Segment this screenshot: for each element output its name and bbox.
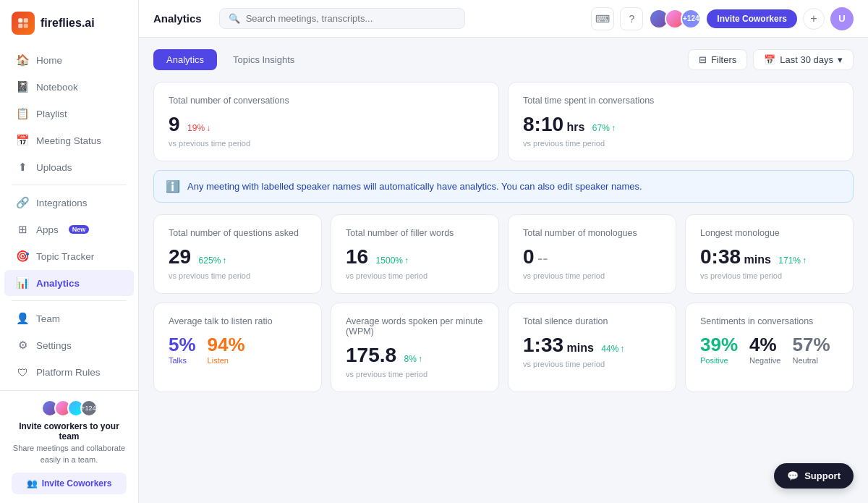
- stat-value-row: 175.8 8%↑: [346, 344, 484, 367]
- stat-unit: mins: [567, 342, 594, 354]
- sidebar-item-settings[interactable]: ⚙ Settings: [4, 332, 134, 358]
- sidebar-item-label: Team: [36, 313, 60, 324]
- sidebar-item-label: Integrations: [36, 198, 88, 208]
- stat-value-row: 0 --: [523, 245, 661, 269]
- svg-rect-0: [18, 18, 22, 22]
- keyboard-shortcut-button[interactable]: ⌨: [591, 7, 614, 30]
- stat-vs: vs previous time period: [523, 271, 661, 280]
- stat-change: 171%↑: [778, 255, 807, 266]
- stat-card-talk-listen: Average talk to listen ratio 5% Talks 94…: [153, 303, 322, 392]
- stat-value: 1:33: [523, 334, 563, 356]
- support-button[interactable]: 💬 Support: [774, 463, 854, 489]
- stat-vs: vs previous time period: [169, 271, 307, 280]
- search-icon: 🔍: [229, 13, 240, 24]
- stat-change: 1500%↑: [376, 255, 409, 266]
- add-button[interactable]: +: [803, 8, 825, 30]
- invite-avatars: +124: [12, 400, 127, 417]
- settings-icon: ⚙: [16, 339, 29, 352]
- stat-vs: vs previous time period: [346, 271, 484, 280]
- talk-value: 5%: [169, 334, 196, 356]
- listen-label: Listen: [208, 356, 245, 365]
- sidebar-item-team[interactable]: 👤 Team: [4, 305, 134, 331]
- sidebar-item-label: Topic Tracker: [36, 251, 94, 262]
- negative-value: 4%: [749, 334, 780, 356]
- negative-section: 4% Negative: [749, 334, 780, 365]
- sidebar-item-apps[interactable]: ⊞ Apps New: [4, 216, 134, 242]
- positive-section: 39% Positive: [700, 334, 738, 365]
- sidebar-bottom: +124 Invite coworkers to your team Share…: [0, 390, 138, 503]
- header-invite-button[interactable]: Invite Coworkers: [707, 9, 797, 28]
- svg-rect-1: [24, 18, 28, 22]
- stat-vs: vs previous time period: [523, 360, 661, 368]
- sidebar-item-analytics[interactable]: 📊 Analytics: [4, 270, 134, 296]
- stat-label: Total number of filler words: [346, 228, 484, 238]
- neutral-value: 57%: [792, 334, 830, 356]
- stat-label: Total number of monologues: [523, 228, 661, 238]
- tab-analytics[interactable]: Analytics: [153, 49, 217, 70]
- stats-row-3: Average talk to listen ratio 5% Talks 94…: [153, 303, 854, 392]
- stat-card-filler-words: Total number of filler words 16 1500%↑ v…: [331, 214, 499, 294]
- neutral-section: 57% Neutral: [792, 334, 830, 365]
- header: Analytics 🔍 ⌨ ? +124 Invite Coworkers + …: [139, 0, 868, 38]
- logo-text: fireflies.ai: [41, 17, 95, 30]
- calendar-icon: 📅: [764, 54, 775, 65]
- stat-unit: mins: [744, 253, 771, 266]
- shield-icon: 🛡: [16, 365, 29, 379]
- svg-rect-3: [24, 24, 28, 28]
- positive-value: 39%: [700, 334, 738, 356]
- notebook-icon: 📓: [16, 80, 29, 93]
- stat-label: Total number of questions asked: [169, 228, 307, 238]
- apps-icon: ⊞: [16, 223, 29, 236]
- stat-value: 0: [523, 245, 535, 268]
- chevron-down-icon: ▾: [838, 54, 843, 65]
- search-input[interactable]: [246, 13, 456, 24]
- sidebar-divider: [12, 185, 127, 185]
- stat-label: Sentiments in conversations: [700, 316, 838, 326]
- filters-button[interactable]: ⊟ Filters: [688, 49, 747, 70]
- stat-value: 16: [346, 245, 368, 268]
- user-plus-icon: 👥: [27, 478, 38, 489]
- listen-value: 94%: [208, 334, 245, 356]
- stat-card-time-spent: Total time spent in conversations 8:10 h…: [508, 82, 854, 161]
- sidebar-item-integrations[interactable]: 🔗 Integrations: [4, 190, 134, 216]
- stat-label: Total time spent in conversations: [523, 96, 838, 106]
- sidebar-invite-button[interactable]: 👥 Invite Coworkers: [12, 473, 127, 494]
- stat-change: 19%↓: [187, 123, 210, 133]
- stat-value-row: 1:33 mins 44%↑: [523, 334, 661, 357]
- help-button[interactable]: ?: [620, 7, 643, 30]
- tab-bar: Analytics Topics Insights ⊟ Filters 📅 La…: [153, 49, 854, 70]
- stat-vs: vs previous time period: [523, 139, 838, 148]
- stat-card-sentiments: Sentiments in conversations 39% Positive…: [685, 303, 854, 392]
- avatar-count: +124: [80, 400, 98, 417]
- sidebar-item-label: Meeting Status: [36, 135, 101, 146]
- talk-section: 5% Talks: [169, 334, 196, 365]
- sidebar-nav: 🏠 Home 📓 Notebook 📋 Playlist 📅 Meeting S…: [0, 43, 138, 390]
- sidebar-item-label: Notebook: [36, 82, 78, 93]
- logo: fireflies.ai: [0, 0, 138, 43]
- stat-vs: vs previous time period: [169, 139, 484, 148]
- stat-card-questions: Total number of questions asked 29 625%↑…: [153, 214, 322, 294]
- stat-change: 625%↑: [199, 255, 227, 266]
- stat-label: Total silence duration: [523, 316, 661, 326]
- stat-value: 9: [169, 113, 180, 135]
- invite-subtitle: Share meetings and collaborate easily in…: [12, 443, 127, 465]
- invite-section: +124 Invite coworkers to your team Share…: [12, 400, 127, 494]
- sidebar-item-meeting-status[interactable]: 📅 Meeting Status: [4, 127, 134, 153]
- tab-topics-insights[interactable]: Topics Insights: [220, 49, 307, 70]
- stat-dash: --: [537, 249, 548, 267]
- stat-label: Average talk to listen ratio: [169, 316, 307, 326]
- sidebar-item-playlist[interactable]: 📋 Playlist: [4, 101, 134, 127]
- sidebar-item-notebook[interactable]: 📓 Notebook: [4, 74, 134, 100]
- sidebar-item-topic-tracker[interactable]: 🎯 Topic Tracker: [4, 243, 134, 269]
- sidebar-item-home[interactable]: 🏠 Home: [4, 47, 134, 73]
- date-range-button[interactable]: 📅 Last 30 days ▾: [753, 49, 854, 70]
- stat-value: 8:10: [523, 113, 563, 135]
- sidebar-item-platform-rules[interactable]: 🛡 Platform Rules: [4, 359, 134, 385]
- stat-label: Average words spoken per minute (WPM): [346, 316, 484, 337]
- search-bar[interactable]: 🔍: [219, 8, 465, 29]
- listen-section: 94% Listen: [208, 334, 245, 365]
- stats-row-2: Total number of questions asked 29 625%↑…: [153, 214, 854, 294]
- user-avatar[interactable]: U: [830, 7, 854, 30]
- stat-card-conversations: Total number of conversations 9 19%↓ vs …: [153, 82, 499, 161]
- sidebar-item-uploads[interactable]: ⬆ Uploads: [4, 154, 134, 180]
